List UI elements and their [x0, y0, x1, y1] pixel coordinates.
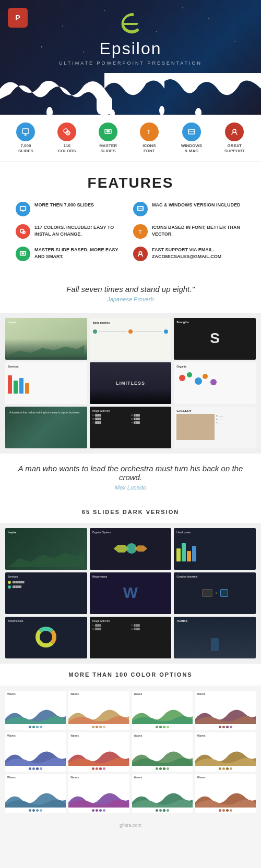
feature-icon-master [16, 247, 30, 261]
dark-slide-5: Weaknesses W [90, 572, 172, 614]
feature-row-4: T ICONS BASED IN FONT; BETTER THAN VECTO… [133, 224, 245, 239]
master-label: MASTER SLIDES [99, 143, 117, 153]
features-bar: 7,000 SLIDES 110 COLORS MASTER SLIDES T … [0, 115, 261, 162]
svg-point-2 [159, 106, 164, 115]
footer-watermark: gfxtra.com [0, 818, 261, 832]
feature-icon-colors [16, 224, 30, 239]
svg-text:T: T [139, 229, 142, 235]
master-icon [99, 123, 117, 141]
icons-font-icon: T [140, 123, 159, 141]
dark-slide-6: Creative showreel + [174, 572, 256, 614]
color-option-10: Waves [68, 774, 129, 813]
slide-thumb-inspire: Inspire [5, 318, 87, 360]
feature-text-4: ICONS BASED IN FONT; BETTER THAN VECTOR. [152, 224, 245, 237]
color-option-5: Waves [5, 732, 66, 772]
support-label: GREAT SUPPORT [224, 143, 245, 153]
slide-thumb-limitless: limitless [90, 362, 172, 404]
features-section: FEATURES MORE THEN 7,000 SLIDES MAC & WI… [0, 162, 261, 274]
header-section: P Epsilon ULTIMATE POWERPOINT PRESENTATI… [0, 0, 261, 115]
quote-section-1: Fall seven times and stand up eight." Ja… [0, 274, 261, 313]
color-option-7: Waves [132, 732, 193, 772]
feature-text-5: MASTER SLIDE BASED; MORE EASY AND SMART. [34, 247, 128, 260]
slide-thumb-business: A business that makes nothing but money … [5, 407, 87, 448]
logo-area: Epsilon ULTIMATE POWERPOINT PRESENTATION [0, 10, 261, 66]
feature-icon-mac [133, 202, 148, 216]
dark-slide-1: Inspire [5, 528, 87, 570]
dark-slides-section: Inspire Organic System Hand power [0, 523, 261, 664]
color-option-3: Waves [132, 691, 193, 730]
color-option-12: Waves [195, 774, 256, 813]
colors-icon [57, 123, 76, 141]
feature-row-6: FAST SUPPORT VIA EMAIL. ZACOMICSALES@GMA… [133, 247, 245, 261]
color-options-grid: Waves Waves Waves [0, 686, 261, 818]
feature-icons: T ICONS FONT [140, 123, 159, 153]
feature-icon-slides [16, 202, 30, 216]
svg-rect-15 [20, 206, 26, 211]
color-option-1: Waves [5, 691, 66, 730]
dark-section-title: 65 SLIDES DARK VERSION [0, 501, 261, 523]
feature-row-5: MASTER SLIDE BASED; MORE EASY AND SMART. [16, 247, 128, 261]
color-option-4: Waves [195, 691, 256, 730]
dark-slide-4: Services ████████ ██████ [5, 572, 87, 614]
feature-slides: 7,000 SLIDES [16, 123, 35, 153]
windows-label: WINDOWS & MAC [181, 143, 202, 153]
support-icon [225, 123, 244, 141]
slides-icon [16, 123, 35, 141]
icons-label: ICONS FONT [143, 143, 156, 153]
slides-label: 7,000 SLIDES [18, 143, 33, 153]
svg-point-20 [22, 231, 25, 234]
windows-icon [182, 123, 201, 141]
dark-slide-7: Timeline One [5, 617, 87, 658]
color-option-8: Waves [195, 732, 256, 772]
slide-thumb-timeline: Bone timeline [90, 318, 172, 360]
quote-section-2: A man who wants to lead the orchestra mu… [0, 454, 261, 501]
slide-thumb-organic: Organic [174, 362, 256, 404]
drip-decoration [0, 73, 261, 115]
app-subtitle: ULTIMATE POWERPOINT PRESENTATION [59, 60, 202, 66]
light-slides-section: Inspire Bone timeline Strengths S [0, 313, 261, 454]
quote-text-1: Fall seven times and stand up eight." [21, 285, 240, 294]
feature-row-1: MORE THEN 7,000 SLIDES [16, 202, 128, 216]
svg-point-8 [66, 131, 70, 135]
app-title: Epsilon [100, 39, 162, 58]
features-title: FEATURES [16, 175, 245, 191]
svg-point-14 [233, 129, 236, 132]
slide-thumb-strengths: Strengths S [174, 318, 256, 360]
colors-label: 110 COLORS [58, 143, 76, 153]
dark-slides-grid: Inspire Organic System Hand power [5, 528, 256, 658]
color-option-11: Waves [132, 774, 193, 813]
feature-text-1: MORE THEN 7,000 SLIDES [34, 202, 94, 209]
feature-support: GREAT SUPPORT [224, 123, 245, 153]
feature-text-3: 117 COLORS. INCLUDED: EASY TO INSTAL AN … [34, 224, 128, 237]
svg-point-0 [46, 107, 53, 115]
dark-slide-9: THANKS [174, 617, 256, 658]
feature-row-3: 117 COLORS. INCLUDED: EASY TO INSTAL AN … [16, 224, 128, 239]
svg-rect-10 [106, 130, 110, 132]
feature-text-6: FAST SUPPORT VIA EMAIL. ZACOMICSALES@GMA… [152, 247, 245, 260]
feature-windows: WINDOWS & MAC [181, 123, 202, 153]
quote-author-1: Japanese Proverb [21, 296, 240, 302]
svg-point-3 [195, 108, 201, 115]
feature-icon-support [133, 247, 148, 261]
slide-thumb-services: Services [5, 362, 87, 404]
color-option-6: Waves [68, 732, 129, 772]
dark-slide-8: Image with info 01 ████03 ████ 02 ████04… [90, 617, 172, 658]
svg-text:T: T [147, 129, 150, 135]
feature-icon-font: T [133, 224, 148, 239]
slide-thumb-image-info: Image with info 01 ████04 ████ 02 ████05… [90, 407, 172, 448]
quote-text-2: A man who wants to lead the orchestra mu… [10, 464, 251, 482]
features-grid: MORE THEN 7,000 SLIDES MAC & WINDOWS VER… [16, 202, 245, 261]
svg-rect-23 [21, 253, 24, 255]
color-option-2: Waves [68, 691, 129, 730]
epsilon-logo-icon [117, 10, 144, 36]
light-slides-grid: Inspire Bone timeline Strengths S [5, 318, 256, 448]
svg-rect-4 [22, 129, 29, 133]
feature-text-2: MAC & WINDOWS VERSION INCLUDED [152, 202, 241, 209]
dark-slide-2: Organic System [90, 528, 172, 570]
slide-thumb-gallery: GALLERY 01 ——02 ——03 —— [174, 407, 256, 448]
quote-author-2: Max Lucado [10, 484, 251, 491]
color-options-title: MORE THAN 100 COLOR OPTIONS [0, 664, 261, 686]
feature-colors: 110 COLORS [57, 123, 76, 153]
dark-slide-3: Hand power [174, 528, 256, 570]
color-option-9: Waves [5, 774, 66, 813]
